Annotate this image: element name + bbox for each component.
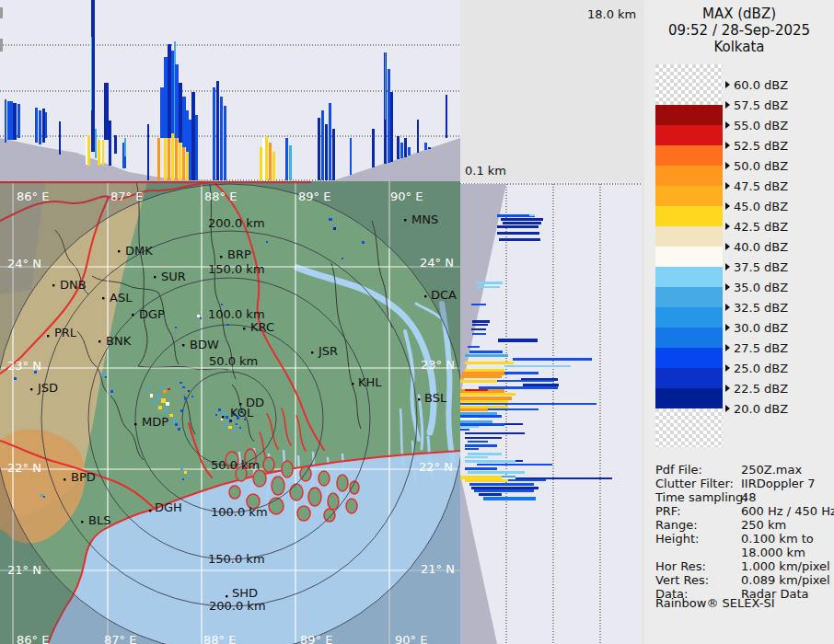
info-value: 600 Hz / 450 Hz bbox=[741, 504, 834, 518]
graticule-label: 21° N bbox=[7, 563, 41, 577]
legend-tick-arrow-icon bbox=[725, 81, 730, 88]
graticule-label: 86° E bbox=[17, 633, 49, 644]
top-profile-height-label: 18.0 km bbox=[587, 7, 636, 21]
graticule-label: 88° E bbox=[203, 633, 236, 644]
info-label: Hor Res: bbox=[655, 559, 741, 573]
city-dot bbox=[222, 416, 224, 418]
legend-color-band bbox=[655, 267, 723, 287]
legend-tick-arrow-icon bbox=[725, 283, 730, 291]
city-dot bbox=[154, 276, 156, 278]
legend-tick-arrow-icon bbox=[725, 243, 730, 250]
city-label: DMK bbox=[125, 244, 153, 258]
legend-row: 57.5 dBZ bbox=[725, 98, 788, 112]
top-xz-profile-panel[interactable] bbox=[0, 0, 460, 181]
legend-color-band bbox=[655, 206, 723, 226]
graticule-label: 24° N bbox=[7, 257, 41, 270]
city-label: DGP bbox=[139, 307, 165, 321]
city-label: KOL bbox=[230, 406, 254, 420]
info-row: Height:0.100 km to 18.000 km bbox=[655, 532, 814, 559]
city-dot bbox=[30, 388, 32, 390]
legend-row: 30.0 dBZ bbox=[725, 320, 788, 335]
range-ring-label: 150.0 km bbox=[208, 262, 265, 276]
city-label: PRL bbox=[54, 326, 77, 339]
legend-row: 40.0 dBZ bbox=[725, 239, 788, 254]
legend-color-band bbox=[655, 145, 723, 166]
city-dot bbox=[47, 335, 49, 337]
city-dot bbox=[98, 340, 100, 342]
legend-value-label: 55.0 dBZ bbox=[734, 119, 788, 132]
city-label: MNS bbox=[411, 213, 438, 226]
legend-color-band bbox=[655, 388, 723, 408]
range-ring-label: 50.0 km bbox=[209, 354, 258, 368]
info-label: Height: bbox=[655, 532, 741, 546]
legend-row: 37.5 dBZ bbox=[725, 259, 788, 274]
info-row: Hor Res:1.000 km/pixel bbox=[655, 559, 830, 573]
legend-color-band bbox=[655, 287, 723, 307]
legend-row: 55.0 dBZ bbox=[725, 118, 788, 132]
legend-tick-arrow-icon bbox=[725, 385, 730, 392]
city-label: SHD bbox=[232, 586, 258, 600]
info-row: PRF:600 Hz / 450 Hz bbox=[655, 504, 830, 518]
city-label: BRP bbox=[227, 247, 251, 261]
range-ring-label: 200.0 km bbox=[209, 599, 266, 613]
city-dot bbox=[149, 510, 151, 512]
range-ring-label: 150.0 km bbox=[208, 552, 265, 566]
city-dot bbox=[64, 478, 65, 480]
legend-tick-arrow-icon bbox=[725, 223, 730, 230]
radar-application-window: 18.0 km 0.1 km bbox=[0, 0, 834, 644]
legend-tick-arrow-icon bbox=[725, 121, 730, 129]
city-dot bbox=[52, 284, 54, 286]
legend-value-label: 20.0 dBZ bbox=[734, 402, 788, 416]
city-label: SUR bbox=[161, 270, 186, 283]
legend-row: 32.5 dBZ bbox=[725, 300, 788, 315]
graticule-label: 22° N bbox=[419, 460, 453, 474]
legend-row: 47.5 dBZ bbox=[725, 178, 788, 193]
info-value: 250 km bbox=[741, 518, 786, 532]
legend-tick-arrow-icon bbox=[725, 142, 730, 149]
legend-color-band bbox=[655, 64, 723, 105]
legend-row: 42.5 dBZ bbox=[725, 219, 788, 234]
info-row: Range:250 km bbox=[655, 518, 786, 532]
legend-color-band bbox=[655, 328, 723, 348]
city-dot bbox=[220, 256, 222, 258]
info-label: Clutter Filter: bbox=[655, 477, 741, 490]
city-dot bbox=[311, 351, 313, 353]
legend-row: 27.5 dBZ bbox=[725, 340, 788, 355]
info-label: Range: bbox=[655, 518, 741, 532]
right-yz-profile-panel[interactable] bbox=[460, 181, 642, 644]
graticule-label: 24° N bbox=[420, 256, 454, 270]
graticule-label: 89° E bbox=[300, 633, 332, 644]
city-label: DGH bbox=[155, 500, 182, 514]
legend-value-label: 47.5 dBZ bbox=[734, 179, 788, 193]
city-dot bbox=[352, 383, 353, 385]
info-label: Vert Res: bbox=[655, 573, 741, 587]
product-timestamp: 09:52 / 28-Sep-2025 bbox=[644, 22, 834, 39]
legend-row: 35.0 dBZ bbox=[725, 280, 788, 294]
range-ring-label: 100.0 km bbox=[211, 505, 268, 519]
legend-tick-arrow-icon bbox=[725, 344, 730, 351]
legend-value-label: 37.5 dBZ bbox=[734, 260, 788, 274]
graticule-label: 23° N bbox=[421, 358, 455, 372]
city-label: DNB bbox=[60, 278, 87, 292]
info-value: 0.089 km/pixel bbox=[741, 573, 830, 587]
legend-tick-arrow-icon bbox=[725, 405, 730, 412]
radar-map-panel[interactable]: 200.0 km150.0 km100.0 km50.0 km50.0 km10… bbox=[0, 181, 460, 644]
info-value: 250Z.max bbox=[741, 463, 802, 477]
city-label: KRC bbox=[250, 320, 274, 334]
product-name: MAX (dBZ) bbox=[644, 6, 834, 22]
legend-value-label: 25.0 dBZ bbox=[734, 362, 788, 375]
city-label: BLS bbox=[88, 513, 110, 527]
city-dot bbox=[418, 398, 420, 400]
legend-value-label: 32.5 dBZ bbox=[734, 301, 788, 315]
info-row: Vert Res:0.089 km/pixel bbox=[655, 573, 830, 587]
legend-color-band bbox=[655, 348, 723, 368]
legend-value-label: 50.0 dBZ bbox=[734, 159, 788, 173]
graticule-label: 23° N bbox=[7, 359, 41, 373]
graticule-label: 87° E bbox=[110, 190, 143, 203]
legend-value-label: 22.5 dBZ bbox=[734, 382, 788, 396]
legend-value-label: 40.0 dBZ bbox=[734, 240, 788, 254]
city-label: BSL bbox=[424, 391, 447, 405]
city-label: KHL bbox=[358, 375, 382, 389]
legend-color-band bbox=[655, 247, 723, 267]
city-dot bbox=[226, 595, 227, 597]
